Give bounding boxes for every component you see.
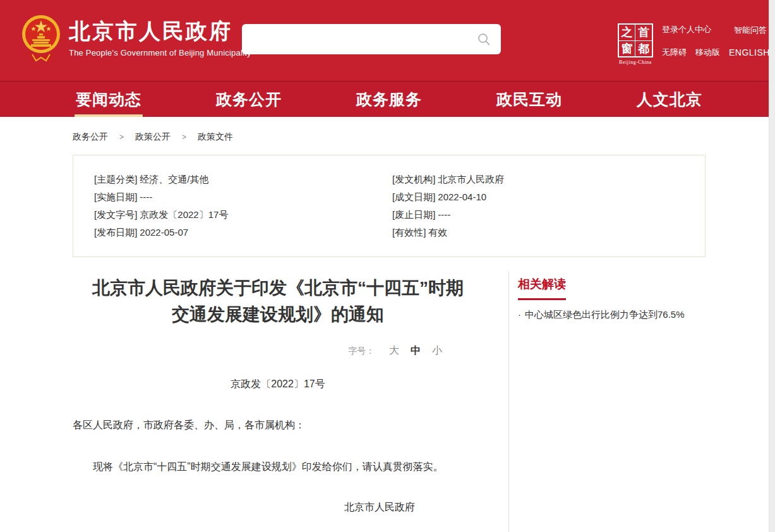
meta-label: [发布日期] [94,227,137,238]
article-main: 北京市人民政府关于印发《北京市“十四五”时期 交通发展建设规划》的通知 字号： … [73,271,509,532]
scrollbar[interactable] [769,0,775,532]
meta-value: 有效 [428,227,447,238]
meta-label: [废止日期] [392,209,435,220]
search-input[interactable] [242,34,477,45]
breadcrumb-item: 政策文件 [198,131,233,143]
breadcrumb-separator: > [119,133,124,142]
meta-row: [发布日期]2022-05-07 [94,224,392,241]
meta-column-left: [主题分类]经济、交通/其他 [实施日期]---- [发文字号]京政发〔2022… [94,171,392,241]
meta-value: ---- [140,191,152,202]
meta-row: [发文机构]北京市人民政府 [392,171,705,188]
site-name-en: The People's Government of Beijing Munic… [69,48,251,57]
breadcrumb-item[interactable]: 政务公开 [73,131,108,143]
nav-item-news[interactable]: 要闻动态 [75,82,143,117]
fontsize-medium-button[interactable]: 中 [411,345,421,356]
nav-item-gov-affairs[interactable]: 政务公开 [215,82,283,117]
related-reading-text: 中心城区绿色出行比例力争达到76.5% [525,309,685,320]
meta-value: 北京市人民政府 [438,174,504,184]
login-link[interactable]: 登录个人中心 [662,24,711,35]
capital-window-seal: 之 首 窗 都 [618,23,653,57]
bullet-icon: · [518,309,521,320]
document-number: 京政发〔2022〕17号 [73,378,483,391]
related-sidebar: 相关解读 ·中心城区绿色出行比例力争达到76.5% [509,271,706,532]
document-meta-box: [主题分类]经济、交通/其他 [实施日期]---- [发文字号]京政发〔2022… [73,155,706,257]
fontsize-small-button[interactable]: 小 [432,345,442,356]
english-label: ENGLISH [729,47,770,57]
breadcrumb-separator: > [182,133,186,142]
seal-char: 都 [635,41,652,57]
article-paragraph: 各区人民政府，市政府各委、办、局，各市属机构： [73,418,483,433]
meta-row: [有效性]有效 [392,224,705,241]
breadcrumb-item[interactable]: 政策公开 [135,131,171,143]
meta-row: [主题分类]经济、交通/其他 [94,171,392,188]
signature-block: 北京市人民政府 2022年4月10日 [73,501,483,532]
article-title: 北京市人民政府关于印发《北京市“十四五”时期 交通发展建设规划》的通知 [73,275,483,328]
main-nav: 要闻动态 政务公开 政务服务 政民互动 人文北京 [0,82,775,117]
breadcrumb: 政务公开 > 政策公开 > 政策文件 [73,131,706,143]
nav-item-gov-services[interactable]: 政务服务 [355,82,423,117]
seal-char: 窗 [619,41,635,57]
meta-label: [发文机构] [392,174,435,184]
seal-char: 之 [619,25,635,41]
meta-label: [实施日期] [94,191,137,202]
meta-value: ---- [438,209,450,220]
accessibility-link[interactable]: 无障碍 [662,47,687,58]
national-emblem-icon [21,13,61,64]
related-reading-item[interactable]: ·中心城区绿色出行比例力争达到76.5% [518,308,706,322]
article-title-line1: 北京市人民政府关于印发《北京市“十四五”时期 [92,278,464,298]
smart-qa-link[interactable]: 智能问答 [734,25,767,35]
fontsize-label: 字号： [348,346,375,356]
meta-row: [成文日期]2022-04-10 [392,188,705,206]
site-header: 北京市人民政府 The People's Government of Beiji… [0,0,775,82]
meta-label: [成文日期] [392,191,435,202]
fontsize-large-button[interactable]: 大 [389,345,399,356]
nav-item-interaction[interactable]: 政民互动 [495,82,563,117]
meta-label: [有效性] [392,227,426,238]
site-name: 北京市人民政府 [69,20,251,42]
meta-row: [废止日期]---- [392,206,705,224]
meta-value: 2022-05-07 [140,227,188,238]
capital-window-logo[interactable]: 之 首 窗 都 Beijing-China [617,23,654,65]
meta-row: [实施日期]---- [94,188,392,206]
meta-value: 2022-04-10 [438,191,486,202]
meta-label: [发文字号] [94,209,137,220]
signature-name: 北京市人民政府 [344,501,415,514]
article-title-line2: 交通发展建设规划》的通知 [172,305,384,324]
meta-value: 京政发〔2022〕17号 [140,209,228,220]
meta-label: [主题分类] [94,174,137,184]
nav-item-culture[interactable]: 人文北京 [635,82,704,117]
fontsize-control: 字号： 大 中 小 [73,344,483,358]
meta-column-right: [发文机构]北京市人民政府 [成文日期]2022-04-10 [废止日期]---… [392,171,705,241]
article-paragraph: 现将《北京市“十四五”时期交通发展建设规划》印发给你们，请认真贯彻落实。 [73,459,483,475]
related-reading-list: ·中心城区绿色出行比例力争达到76.5% [518,308,706,322]
seal-caption: Beijing-China [617,59,654,65]
meta-row: [发文字号]京政发〔2022〕17号 [94,206,392,224]
related-reading-title: 相关解读 [518,276,566,300]
mobile-version-link[interactable]: 移动版 [695,47,720,58]
search-icon[interactable] [477,32,491,46]
content-area: 北京市人民政府关于印发《北京市“十四五”时期 交通发展建设规划》的通知 字号： … [73,271,706,532]
meta-value: 经济、交通/其他 [140,174,208,184]
seal-char: 首 [635,25,652,41]
site-logo[interactable]: 北京市人民政府 The People's Government of Beiji… [21,11,251,64]
search-box [242,24,501,54]
